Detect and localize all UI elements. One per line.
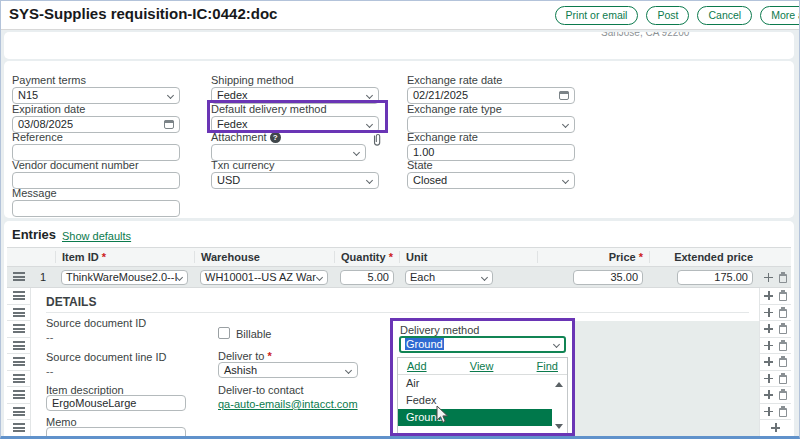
state-select[interactable]: Closed	[407, 172, 575, 189]
option-fedex[interactable]: Fedex	[398, 392, 552, 409]
add-row-icon[interactable]	[764, 341, 773, 350]
drag-handle-icon[interactable]	[13, 272, 25, 281]
drag-handle-icon[interactable]	[13, 390, 25, 399]
add-row-icon[interactable]	[771, 423, 780, 432]
row-actions	[760, 354, 791, 371]
row-actions	[760, 338, 791, 355]
delete-row-icon[interactable]	[779, 342, 787, 351]
row-drag-cell[interactable]	[7, 354, 30, 371]
memo-input[interactable]	[46, 427, 186, 436]
print-or-email-button[interactable]: Print or email	[555, 6, 639, 25]
unit-select[interactable]: Each	[405, 270, 493, 285]
attachment-label: Attachment	[211, 131, 267, 143]
row-drag-cell[interactable]	[7, 271, 31, 283]
app-window: SYS-Supplies requisition-IC:0442:doc Pri…	[0, 0, 800, 439]
required-marker: *	[639, 251, 643, 263]
drag-handle-icon[interactable]	[13, 291, 25, 300]
more-actions-button[interactable]: More action	[760, 6, 800, 25]
row-drag-cell[interactable]	[7, 305, 30, 322]
drag-handle-icon[interactable]	[13, 423, 25, 432]
row-drag-cell[interactable]	[7, 420, 30, 436]
default-delivery-method-field: Default delivery method Fedex	[211, 103, 379, 133]
drag-handle-icon[interactable]	[13, 341, 25, 350]
exchange-rate-type-label: Exchange rate type	[407, 103, 575, 115]
add-row-icon[interactable]	[764, 374, 773, 383]
chevron-down-icon	[316, 273, 323, 280]
address-line: SanJose, CA 92200	[601, 32, 689, 38]
chevron-down-icon	[167, 92, 174, 99]
quantity-input[interactable]: 5.00	[340, 270, 394, 285]
source-document-id-label: Source document ID	[46, 317, 146, 329]
state-label: State	[407, 159, 575, 171]
delete-row-icon[interactable]	[779, 325, 787, 334]
deliver-to-contact-label: Deliver-to contact	[218, 384, 304, 396]
drag-handle-icon[interactable]	[13, 324, 25, 333]
row-number: 1	[31, 271, 55, 283]
unit-cell: Each	[399, 270, 537, 285]
item-description-value: ErgoMouseLarge	[52, 397, 136, 409]
message-input[interactable]	[12, 200, 180, 217]
warehouse-cell: WH10001--US AZ War	[194, 270, 334, 285]
paperclip-icon[interactable]	[371, 133, 383, 147]
extended-price-cell: 175.00	[649, 270, 759, 285]
scroll-up-icon[interactable]	[555, 382, 563, 387]
extended-price-input[interactable]: 175.00	[677, 270, 753, 285]
post-button[interactable]: Post	[646, 6, 689, 25]
price-input[interactable]: 35.00	[573, 270, 643, 285]
row-drag-cell[interactable]	[7, 371, 30, 388]
drag-rail	[7, 288, 31, 436]
reference-field: Reference	[12, 131, 180, 161]
add-link[interactable]: Add	[407, 360, 427, 372]
row-drag-cell[interactable]	[7, 321, 30, 338]
show-defaults-link[interactable]: Show defaults	[62, 230, 131, 242]
warehouse-select[interactable]: WH10001--US AZ War	[200, 270, 328, 285]
required-marker: *	[268, 350, 272, 362]
drag-handle-icon[interactable]	[13, 357, 25, 366]
add-row-icon[interactable]	[764, 357, 773, 366]
exchange-rate-type-field: Exchange rate type	[407, 103, 575, 133]
drag-handle-icon[interactable]	[13, 407, 25, 416]
deliver-to-contact-link[interactable]: qa-auto-emails@intacct.com	[218, 398, 358, 410]
row-drag-cell[interactable]	[7, 404, 30, 421]
row-drag-cell[interactable]	[7, 387, 30, 404]
find-link[interactable]: Find	[537, 360, 558, 372]
delete-row-icon[interactable]	[779, 408, 787, 417]
delete-row-icon[interactable]	[779, 358, 787, 367]
option-air[interactable]: Air	[398, 375, 552, 392]
calendar-icon[interactable]	[164, 120, 174, 129]
deliver-to-select[interactable]: Ashish	[218, 362, 358, 378]
row-drag-cell[interactable]	[7, 338, 30, 355]
exchange-rate-date-input[interactable]: 02/21/2025	[407, 87, 575, 104]
add-row-icon[interactable]	[764, 324, 773, 333]
help-icon[interactable]	[270, 132, 281, 143]
add-row-icon[interactable]	[764, 390, 773, 399]
add-row-icon[interactable]	[764, 407, 773, 416]
delete-row-icon[interactable]	[779, 391, 787, 400]
view-link[interactable]: View	[470, 360, 494, 372]
add-row-icon[interactable]	[764, 273, 773, 282]
calendar-icon[interactable]	[559, 91, 569, 100]
delivery-method-combobox[interactable]: Ground	[399, 336, 566, 353]
item-description-input[interactable]: ErgoMouseLarge	[46, 395, 186, 411]
scroll-down-icon[interactable]	[555, 424, 563, 429]
document-form-panel: Payment terms N15 Expiration date 03/08/…	[4, 61, 794, 218]
delete-row-icon[interactable]	[779, 375, 787, 384]
item-id-select[interactable]: ThinkWareMouse2.0--I	[61, 270, 188, 285]
item-id-header: Item ID	[62, 251, 99, 263]
payment-terms-label: Payment terms	[12, 74, 180, 86]
add-row-icon[interactable]	[764, 291, 773, 300]
drag-handle-icon[interactable]	[13, 308, 25, 317]
chevron-down-icon	[345, 367, 352, 374]
delete-row-icon[interactable]	[779, 309, 787, 318]
cancel-button[interactable]: Cancel	[697, 6, 752, 25]
delete-row-icon[interactable]	[779, 274, 787, 283]
drag-handle-icon[interactable]	[13, 374, 25, 383]
txn-currency-select[interactable]: USD	[211, 172, 379, 189]
row-drag-cell[interactable]	[7, 288, 30, 305]
payment-terms-select[interactable]: N15	[12, 87, 180, 104]
delete-row-icon[interactable]	[779, 292, 787, 301]
shipping-method-select[interactable]: Fedex	[211, 87, 379, 104]
billable-checkbox[interactable]	[218, 327, 230, 339]
option-ground[interactable]: Ground	[398, 409, 552, 426]
add-row-icon[interactable]	[764, 308, 773, 317]
